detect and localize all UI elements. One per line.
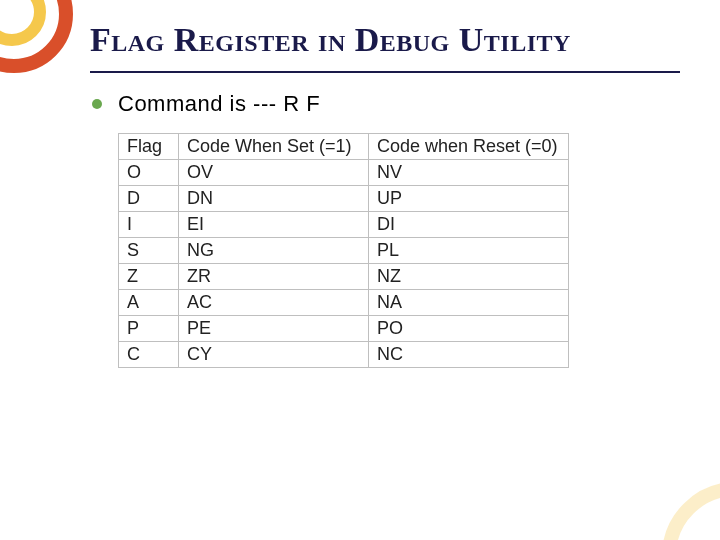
table-cell: UP xyxy=(369,186,569,212)
col-header-flag: Flag xyxy=(119,134,179,160)
table-row: SNGPL xyxy=(119,238,569,264)
table-cell: DN xyxy=(179,186,369,212)
table-cell: NC xyxy=(369,342,569,368)
table-cell: NZ xyxy=(369,264,569,290)
table-cell: Z xyxy=(119,264,179,290)
table-cell: PE xyxy=(179,316,369,342)
bullet-text: Command is --- R F xyxy=(118,91,320,117)
table-header-row: Flag Code When Set (=1) Code when Reset … xyxy=(119,134,569,160)
table-row: ZZRNZ xyxy=(119,264,569,290)
bullet-item: Command is --- R F xyxy=(92,91,680,117)
table-cell: NA xyxy=(369,290,569,316)
bullet-icon xyxy=(92,99,102,109)
table-cell: NG xyxy=(179,238,369,264)
table-cell: NV xyxy=(369,160,569,186)
table-cell: EI xyxy=(179,212,369,238)
table-row: DDNUP xyxy=(119,186,569,212)
table-cell: PO xyxy=(369,316,569,342)
table-cell: CY xyxy=(179,342,369,368)
slide-content: Flag Register in Debug Utility Command i… xyxy=(90,20,680,368)
table-cell: DI xyxy=(369,212,569,238)
table-row: AACNA xyxy=(119,290,569,316)
table-row: OOVNV xyxy=(119,160,569,186)
table-cell: S xyxy=(119,238,179,264)
corner-ring-bottom xyxy=(662,482,720,540)
title-underline xyxy=(90,71,680,73)
flag-table: Flag Code When Set (=1) Code when Reset … xyxy=(118,133,569,368)
table-cell: C xyxy=(119,342,179,368)
table-row: PPEPO xyxy=(119,316,569,342)
table-cell: PL xyxy=(369,238,569,264)
table-row: IEIDI xyxy=(119,212,569,238)
table-cell: I xyxy=(119,212,179,238)
table-cell: P xyxy=(119,316,179,342)
page-title: Flag Register in Debug Utility xyxy=(90,20,680,65)
col-header-reset: Code when Reset (=0) xyxy=(369,134,569,160)
table-cell: D xyxy=(119,186,179,212)
flag-table-wrap: Flag Code When Set (=1) Code when Reset … xyxy=(118,133,680,368)
table-cell: AC xyxy=(179,290,369,316)
col-header-set: Code When Set (=1) xyxy=(179,134,369,160)
table-cell: O xyxy=(119,160,179,186)
table-cell: A xyxy=(119,290,179,316)
table-cell: OV xyxy=(179,160,369,186)
table-cell: ZR xyxy=(179,264,369,290)
table-row: CCYNC xyxy=(119,342,569,368)
